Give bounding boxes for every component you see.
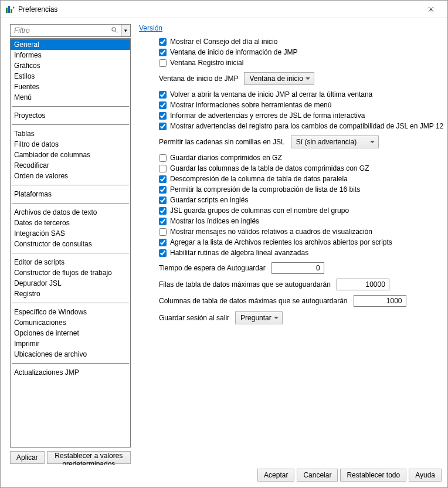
- svg-line-4: [116, 30, 118, 33]
- parallel-decomp-checkbox[interactable]: Descompresión de la columna de tabla de …: [159, 174, 444, 184]
- scripts-english-checkbox[interactable]: Guardar scripts en inglés: [159, 195, 444, 205]
- category-item[interactable]: Fuentes: [11, 82, 130, 92]
- category-separator: [12, 106, 129, 107]
- autosave-timeout-input[interactable]: [271, 262, 324, 274]
- jsl-compat-warn-label: Mostrar advertencias del registro para l…: [170, 121, 443, 131]
- svg-rect-1: [8, 6, 10, 13]
- category-separator: [12, 203, 129, 204]
- adv-linear-algebra-checkbox[interactable]: Habilitar rutinas de álgebra lineal avan…: [159, 248, 444, 257]
- autosave-cols-label: Columnas de tabla de datos máximas que s…: [159, 297, 348, 305]
- category-item[interactable]: Estilos: [11, 71, 130, 82]
- options-pane: Mostrar el Consejo del día al inicio Ven…: [159, 37, 444, 324]
- ok-button[interactable]: Aceptar: [257, 469, 294, 482]
- category-item[interactable]: Recodificar: [11, 160, 130, 171]
- filter-box[interactable]: [10, 24, 121, 37]
- info-start-window-checkbox[interactable]: Ventana de inicio de información de JMP: [159, 48, 444, 57]
- autosave-cols-input[interactable]: [354, 295, 406, 307]
- jsl-unquoted-row: Permitir las cadenas sin comillas en JSL…: [159, 135, 444, 148]
- right-column: Versión Mostrar el Consejo del día al in…: [131, 24, 446, 465]
- gz-cols-checkbox[interactable]: Guardar las columnas de la tabla de dato…: [159, 164, 444, 173]
- app-icon: [5, 5, 15, 14]
- adv-linear-algebra-label: Habilitar rutinas de álgebra lineal avan…: [170, 248, 308, 257]
- category-item[interactable]: Actualizaciones JMP: [11, 367, 130, 378]
- sixteen-bit-label: Permitir la compresión de la comprobació…: [170, 185, 360, 194]
- autosave-timeout-label: Tiempo de espera de Autoguardar: [159, 264, 266, 272]
- left-button-row: Aplicar Restablecer a valores predetermi…: [10, 451, 131, 464]
- window-title: Preferencias: [18, 5, 419, 13]
- jsl-group-name-checkbox[interactable]: JSL guarda grupos de columnas con el nom…: [159, 206, 444, 215]
- svg-point-3: [112, 27, 116, 30]
- category-item[interactable]: Orden de valores: [11, 171, 130, 181]
- category-item[interactable]: Informes: [11, 50, 130, 60]
- gz-cols-label: Guardar las columnas de la tabla de dato…: [170, 164, 369, 173]
- tip-on-start-label: Mostrar el Consejo del día al inicio: [170, 37, 277, 46]
- scripts-english-label: Guardar scripts en inglés: [170, 195, 248, 205]
- category-item[interactable]: Archivos de datos de texto: [11, 207, 130, 218]
- indices-english-checkbox[interactable]: Mostrar los índices en inglés: [159, 216, 444, 226]
- save-session-select[interactable]: Preguntar: [235, 311, 283, 324]
- indices-english-label: Mostrar los índices en inglés: [170, 216, 259, 226]
- category-list[interactable]: GeneralInformesGráficosEstilosFuentesMen…: [10, 38, 131, 448]
- version-link[interactable]: Versión: [139, 24, 162, 32]
- category-item[interactable]: Cambiador de columnas: [11, 150, 130, 160]
- menu-tooltips-checkbox[interactable]: Mostrar informaciones sobre herramientas…: [159, 100, 444, 110]
- start-window-select[interactable]: Ventana de inicio: [244, 72, 314, 85]
- category-item[interactable]: Plataformas: [11, 189, 130, 199]
- category-item[interactable]: Filtro de datos: [11, 139, 130, 150]
- gz-journals-label: Guardar diarios comprimidos en GZ: [170, 153, 282, 162]
- category-item[interactable]: Específico de Windows: [11, 307, 130, 317]
- bottom-button-bar: Aceptar Cancelar Restablecer todo Ayuda: [1, 465, 447, 487]
- start-window-label: Ventana de inicio de JMP: [159, 74, 238, 83]
- category-item[interactable]: Proyectos: [11, 110, 130, 121]
- category-item[interactable]: Datos de terceros: [11, 218, 130, 228]
- reset-defaults-button[interactable]: Restablecer a valores predeterminados: [47, 451, 131, 464]
- category-item[interactable]: Constructor de flujos de trabajo: [11, 267, 130, 278]
- reopen-on-close-checkbox[interactable]: Volver a abrir la ventana de inicio JMP …: [159, 90, 444, 99]
- invalid-dbox-msgs-label: Mostrar mensajes no válidos relativos a …: [170, 227, 372, 236]
- category-item[interactable]: Tablas: [11, 128, 130, 139]
- category-item[interactable]: Opciones de internet: [11, 328, 130, 338]
- category-item[interactable]: Comunicaciones: [11, 317, 130, 328]
- content-area: ▾ GeneralInformesGráficosEstilosFuentesM…: [1, 18, 447, 465]
- jsl-unquoted-label: Permitir las cadenas sin comillas en JSL: [159, 138, 285, 146]
- cancel-button[interactable]: Cancelar: [297, 469, 338, 482]
- filter-dropdown-button[interactable]: ▾: [121, 24, 131, 37]
- save-session-row: Guardar sesión al salir Preguntar: [159, 311, 444, 324]
- reset-all-button[interactable]: Restablecer todo: [340, 469, 406, 482]
- recent-files-scripts-checkbox[interactable]: Agregar a la lista de Archivos recientes…: [159, 238, 444, 247]
- gz-journals-checkbox[interactable]: Guardar diarios comprimidos en GZ: [159, 153, 444, 162]
- tip-on-start-checkbox[interactable]: Mostrar el Consejo del día al inicio: [159, 37, 444, 46]
- save-session-label: Guardar sesión al salir: [159, 314, 229, 322]
- apply-button[interactable]: Aplicar: [10, 451, 45, 464]
- filter-input[interactable]: [13, 26, 110, 35]
- category-item[interactable]: Ubicaciones de archivo: [11, 349, 130, 360]
- category-item[interactable]: Depurador JSL: [11, 278, 130, 289]
- category-item[interactable]: Integración SAS: [11, 228, 130, 239]
- category-separator: [12, 303, 129, 303]
- close-button[interactable]: [419, 1, 443, 18]
- jsl-interactive-checkbox[interactable]: Informar de advertencias y errores de JS…: [159, 111, 444, 120]
- category-item[interactable]: Imprimir: [11, 338, 130, 349]
- autosave-rows-input[interactable]: [337, 279, 389, 290]
- jsl-interactive-label: Informar de advertencias y errores de JS…: [170, 111, 365, 120]
- autosave-rows-row: Filas de tabla de datos máximas que se a…: [159, 279, 444, 290]
- category-item[interactable]: General: [11, 39, 130, 50]
- category-item[interactable]: Constructor de consultas: [11, 239, 130, 249]
- jsl-compat-warn-checkbox[interactable]: Mostrar advertencias del registro para l…: [159, 121, 444, 131]
- category-item[interactable]: Editor de scripts: [11, 257, 130, 267]
- initial-log-window-label: Ventana Registro inicial: [170, 58, 243, 67]
- start-window-row: Ventana de inicio de JMP Ventana de inic…: [159, 72, 444, 85]
- category-item[interactable]: Registro: [11, 289, 130, 299]
- help-button[interactable]: Ayuda: [409, 469, 442, 482]
- initial-log-window-checkbox[interactable]: Ventana Registro inicial: [159, 58, 444, 67]
- autosave-timeout-row: Tiempo de espera de Autoguardar: [159, 262, 444, 274]
- category-item[interactable]: Gráficos: [11, 60, 130, 71]
- reopen-on-close-label: Volver a abrir la ventana de inicio JMP …: [170, 90, 372, 99]
- category-separator: [12, 363, 129, 364]
- invalid-dbox-msgs-checkbox[interactable]: Mostrar mensajes no válidos relativos a …: [159, 227, 444, 236]
- recent-files-scripts-label: Agregar a la lista de Archivos recientes…: [170, 238, 392, 247]
- title-bar: Preferencias: [1, 1, 447, 18]
- jsl-unquoted-select[interactable]: Sí (sin advertencia): [291, 135, 379, 148]
- category-item[interactable]: Menú: [11, 92, 130, 103]
- sixteen-bit-checkbox[interactable]: Permitir la compresión de la comprobació…: [159, 185, 444, 194]
